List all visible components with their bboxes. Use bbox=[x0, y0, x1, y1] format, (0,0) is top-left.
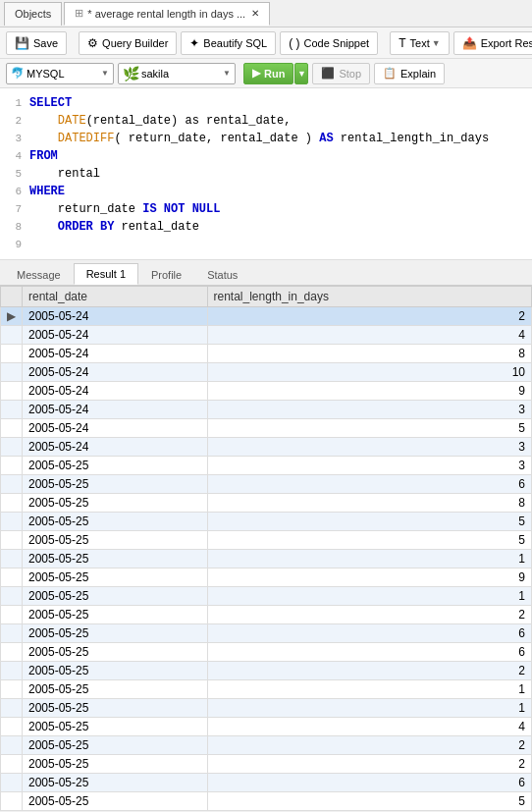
table-row[interactable]: 2005-05-252 bbox=[1, 606, 532, 624]
run-button[interactable]: ▶ Run bbox=[243, 63, 293, 84]
explain-button[interactable]: 📋 Explain bbox=[374, 63, 445, 84]
col-rental-date[interactable]: rental_date bbox=[23, 287, 208, 307]
export-button[interactable]: 📤 Export Result bbox=[453, 31, 532, 55]
row-indicator bbox=[1, 774, 23, 792]
tab-profile[interactable]: Profile bbox=[138, 263, 194, 285]
code-line-3: 3 DATEDIFF( return_date, rental_date ) A… bbox=[0, 130, 532, 147]
db-type-select[interactable]: 🐬 MYSQL ▼ bbox=[6, 63, 114, 84]
beautify-icon: ✦ bbox=[189, 36, 199, 50]
table-row[interactable]: 2005-05-251 bbox=[1, 680, 532, 699]
row-indicator bbox=[1, 587, 23, 606]
database-icon: 🌿 bbox=[123, 66, 139, 81]
tab-result1[interactable]: Result 1 bbox=[74, 263, 138, 285]
cell-rental-length: 2 bbox=[207, 755, 532, 774]
row-indicator bbox=[1, 326, 23, 345]
cell-rental-date: 2005-05-25 bbox=[23, 550, 208, 568]
row-indicator bbox=[1, 792, 23, 811]
tab-query-icon: ⊞ bbox=[75, 7, 83, 20]
tab-profile-label: Profile bbox=[151, 269, 182, 281]
tab-status[interactable]: Status bbox=[194, 263, 250, 285]
db-type-label: MYSQL bbox=[27, 68, 65, 80]
tab-message[interactable]: Message bbox=[4, 263, 74, 285]
cell-rental-date: 2005-05-25 bbox=[23, 736, 208, 755]
cell-rental-length: 5 bbox=[207, 419, 532, 438]
cell-rental-date: 2005-05-24 bbox=[23, 438, 208, 457]
row-indicator bbox=[1, 363, 23, 382]
table-row[interactable]: 2005-05-244 bbox=[1, 326, 532, 345]
table-row[interactable]: 2005-05-259 bbox=[1, 568, 532, 587]
cell-rental-date: 2005-05-25 bbox=[23, 606, 208, 624]
text-button[interactable]: T Text ▼ bbox=[390, 31, 449, 55]
code-snippet-button[interactable]: ( ) Code Snippet bbox=[280, 31, 378, 55]
table-row[interactable]: 2005-05-252 bbox=[1, 662, 532, 680]
code-editor[interactable]: 1 SELECT 2 DATE(rental_date) as rental_d… bbox=[0, 88, 532, 260]
table-row[interactable]: 2005-05-252 bbox=[1, 755, 532, 774]
stop-button[interactable]: ⬛ Stop bbox=[312, 63, 370, 84]
run-toolbar: 🐬 MYSQL ▼ 🌿 sakila ▼ ▶ Run ▼ ⬛ Stop 📋 Ex… bbox=[0, 59, 532, 88]
code-line-2: 2 DATE(rental_date) as rental_date, bbox=[0, 112, 532, 130]
tab-close-icon[interactable]: ✕ bbox=[251, 8, 259, 19]
tab-query[interactable]: ⊞ * average rental length in days ... ✕ bbox=[64, 2, 270, 26]
row-indicator bbox=[1, 494, 23, 513]
code-line-6: 6 WHERE bbox=[0, 183, 532, 200]
table-row[interactable]: 2005-05-2410 bbox=[1, 363, 532, 382]
table-row[interactable]: 2005-05-255 bbox=[1, 531, 532, 550]
table-row[interactable]: ▶2005-05-242 bbox=[1, 307, 532, 326]
cell-rental-length: 5 bbox=[207, 531, 532, 550]
db-name-select[interactable]: 🌿 sakila ▼ bbox=[118, 63, 236, 84]
row-indicator bbox=[1, 345, 23, 363]
row-indicator bbox=[1, 755, 23, 774]
row-indicator bbox=[1, 531, 23, 550]
save-button[interactable]: 💾 Save bbox=[6, 31, 67, 55]
table-row[interactable]: 2005-05-256 bbox=[1, 774, 532, 792]
explain-label: Explain bbox=[400, 68, 436, 80]
table-row[interactable]: 2005-05-248 bbox=[1, 345, 532, 363]
row-indicator bbox=[1, 457, 23, 475]
cell-rental-date: 2005-05-25 bbox=[23, 457, 208, 475]
run-dropdown-button[interactable]: ▼ bbox=[294, 63, 308, 84]
table-row[interactable]: 2005-05-254 bbox=[1, 718, 532, 736]
results-table-wrapper[interactable]: rental_date rental_length_in_days ▶2005-… bbox=[0, 286, 532, 811]
table-row[interactable]: 2005-05-251 bbox=[1, 587, 532, 606]
cell-rental-date: 2005-05-25 bbox=[23, 624, 208, 643]
row-indicator bbox=[1, 606, 23, 624]
db-name-arrow: ▼ bbox=[223, 69, 231, 78]
tab-query-label: * average rental length in days ... bbox=[87, 8, 245, 20]
main-toolbar: 💾 Save ⚙ Query Builder ✦ Beautify SQL ( … bbox=[0, 27, 532, 59]
export-icon: 📤 bbox=[462, 36, 477, 50]
table-row[interactable]: 2005-05-258 bbox=[1, 494, 532, 513]
cell-rental-date: 2005-05-24 bbox=[23, 401, 208, 419]
table-row[interactable]: 2005-05-245 bbox=[1, 419, 532, 438]
table-row[interactable]: 2005-05-256 bbox=[1, 643, 532, 662]
table-row[interactable]: 2005-05-252 bbox=[1, 736, 532, 755]
col-rental-length-label: rental_length_in_days bbox=[214, 290, 329, 303]
table-row[interactable]: 2005-05-249 bbox=[1, 382, 532, 401]
table-row[interactable]: 2005-05-243 bbox=[1, 401, 532, 419]
query-builder-button[interactable]: ⚙ Query Builder bbox=[79, 31, 177, 55]
table-row[interactable]: 2005-05-243 bbox=[1, 438, 532, 457]
col-rental-length[interactable]: rental_length_in_days bbox=[207, 287, 532, 307]
explain-icon: 📋 bbox=[383, 67, 397, 80]
table-row[interactable]: 2005-05-256 bbox=[1, 624, 532, 643]
col-rental-date-label: rental_date bbox=[28, 290, 87, 303]
table-row[interactable]: 2005-05-255 bbox=[1, 513, 532, 531]
cell-rental-length: 10 bbox=[207, 363, 532, 382]
beautify-button[interactable]: ✦ Beautify SQL bbox=[181, 31, 276, 55]
tab-objects[interactable]: Objects bbox=[4, 2, 62, 26]
row-indicator bbox=[1, 624, 23, 643]
row-indicator bbox=[1, 736, 23, 755]
table-row[interactable]: 2005-05-256 bbox=[1, 475, 532, 494]
cell-rental-date: 2005-05-24 bbox=[23, 307, 208, 326]
table-row[interactable]: 2005-05-251 bbox=[1, 699, 532, 718]
code-line-4: 4 FROM bbox=[0, 147, 532, 165]
table-row[interactable]: 2005-05-253 bbox=[1, 457, 532, 475]
cell-rental-length: 3 bbox=[207, 401, 532, 419]
cell-rental-length: 2 bbox=[207, 736, 532, 755]
row-indicator bbox=[1, 550, 23, 568]
code-line-8: 8 ORDER BY rental_date bbox=[0, 218, 532, 236]
table-row[interactable]: 2005-05-255 bbox=[1, 792, 532, 811]
run-dropdown-icon: ▼ bbox=[297, 69, 306, 79]
table-row[interactable]: 2005-05-251 bbox=[1, 550, 532, 568]
row-indicator bbox=[1, 680, 23, 699]
row-indicator bbox=[1, 475, 23, 494]
